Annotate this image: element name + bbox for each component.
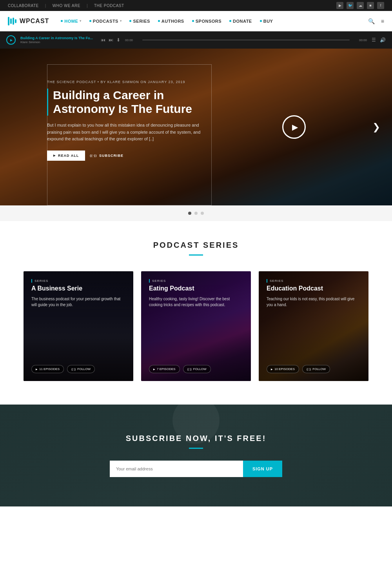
facebook-icon[interactable]: f (377, 2, 384, 9)
series-label-3: SERIES (267, 279, 361, 283)
slider-dot-3[interactable] (201, 212, 204, 215)
podcast-series-section: PODCAST SERIES SERIES A Business Serie T… (0, 221, 392, 405)
hero-meta: THE SCIENCE PODCAST • BY KLARE SIMMON ON… (47, 80, 204, 84)
podcast-card-footer-2: 7 EPISODES FOLLOW (149, 365, 243, 373)
youtube-icon[interactable]: ▶ (336, 2, 343, 9)
nav-links: HOME ▾ PODCASTS ▾ SERIES AUTHORS SPONSOR… (61, 19, 368, 24)
slider-dot-2[interactable] (194, 212, 198, 215)
podcast-series-title: PODCAST SERIES (24, 241, 368, 250)
podcast-card-content-1: SERIES A Business Serie The business pod… (24, 271, 133, 381)
nav-dot-donate (229, 20, 231, 22)
logo-text: WPCAST (20, 18, 49, 25)
nav-item-authors[interactable]: AUTHORS (158, 19, 184, 24)
slider-dots (0, 205, 392, 221)
episodes-button-3[interactable]: 10 EPISODES (267, 365, 299, 373)
podcast-card-content-2: SERIES Eating Podcast Healthy cooking, t… (141, 271, 251, 381)
hero-buttons: READ ALL SUBSCRIBE (47, 151, 204, 161)
nav-dot-sponsors (192, 20, 194, 22)
subscribe-underline (189, 448, 203, 449)
podcast-card-3[interactable]: SERIES Education Podcast Teaching our ki… (259, 271, 368, 381)
follow-button-1[interactable]: FOLLOW (67, 365, 95, 373)
logo-bar-2 (10, 18, 12, 24)
playlist-icon[interactable]: ☰ (372, 37, 376, 43)
hero-description: But I must explain to you how all this m… (47, 122, 204, 143)
logo[interactable]: WPCAST (8, 17, 49, 25)
chevron-podcasts: ▾ (120, 19, 122, 23)
audio-controls: ⏮ ⏭ ⬇ (101, 37, 120, 43)
nav-dot-authors (158, 20, 160, 22)
nav-item-home[interactable]: HOME ▾ (61, 19, 82, 24)
nav-dot-buy (260, 20, 262, 22)
episodes-button-1[interactable]: 11 EPISODES (31, 365, 64, 373)
skip-back-icon[interactable]: ⏮ (101, 37, 105, 43)
audio-time-total: 00:00 (359, 38, 367, 42)
logo-icon (8, 17, 16, 25)
follow-button-2[interactable]: FOLLOW (183, 365, 211, 373)
audio-title: Building A Career in Astronomy Is The Fu… (20, 36, 93, 40)
slider-dot-1[interactable] (188, 212, 191, 215)
audio-time-current: 00:00 (125, 38, 133, 42)
hero-section: THE SCIENCE PODCAST • BY KLARE SIMMON ON… (0, 49, 392, 205)
nav-dot-series (129, 20, 131, 22)
podcast-card-title-2: Eating Podcast (149, 285, 243, 292)
volume-icon[interactable]: 🔊 (380, 37, 386, 43)
subscribe-section: SUBSCRIBE NOW, IT'S FREE! SIGN UP (0, 405, 392, 506)
download-icon[interactable]: ⬇ (116, 37, 120, 43)
nav-item-series[interactable]: SERIES (129, 19, 150, 24)
logo-bar-1 (8, 17, 9, 25)
hero-content: THE SCIENCE PODCAST • BY KLARE SIMMON ON… (47, 80, 204, 161)
series-label-2: SERIES (149, 279, 243, 283)
follow-button-3[interactable]: FOLLOW (302, 365, 330, 373)
audio-author: Klare Simmon (20, 40, 93, 44)
nav-item-podcasts[interactable]: PODCASTS ▾ (89, 19, 122, 24)
read-all-button[interactable]: READ ALL (47, 151, 85, 161)
series-label-1: SERIES (31, 279, 125, 283)
audio-player: Building A Career in Astronomy Is The Fu… (0, 31, 392, 49)
play-button[interactable] (6, 35, 16, 45)
menu-icon[interactable]: ≡ (381, 18, 384, 24)
podcast-card-desc-1: The business podcast for your personal g… (31, 296, 125, 365)
podcast-card-1[interactable]: SERIES A Business Serie The business pod… (24, 271, 133, 381)
podcast-card-2[interactable]: SERIES Eating Podcast Healthy cooking, t… (141, 271, 251, 381)
section-underline (189, 254, 203, 256)
podcast-card-content-3: SERIES Education Podcast Teaching our ki… (259, 271, 368, 381)
audio-extra-controls: ☰ 🔊 (372, 37, 386, 43)
subscribe-form: SIGN UP (110, 461, 282, 477)
feedly-icon[interactable]: ■ (367, 2, 374, 9)
podcast-card-title-1: A Business Serie (31, 285, 125, 292)
topbar-link-collaborate[interactable]: COLLABORATE (8, 4, 46, 8)
hero-next-arrow[interactable]: ❯ (372, 122, 380, 132)
soundcloud-icon[interactable]: ☁ (357, 2, 364, 9)
hero-play-button[interactable] (282, 115, 306, 139)
topbar-link-podcast[interactable]: THE PODCAST (94, 4, 124, 8)
skip-forward-icon[interactable]: ⏭ (109, 37, 113, 43)
episodes-button-2[interactable]: 7 EPISODES (149, 365, 180, 373)
audio-info: Building A Career in Astronomy Is The Fu… (20, 36, 93, 44)
topbar-link-who[interactable]: WHO WE ARE (53, 4, 88, 8)
twitter-icon[interactable]: 🐦 (347, 2, 354, 9)
nav-dot-podcasts (89, 20, 91, 22)
signup-button[interactable]: SIGN UP (243, 461, 282, 477)
chevron-home: ▾ (80, 19, 82, 23)
search-icon[interactable]: 🔍 (368, 18, 375, 24)
nav-item-buy[interactable]: BUY (260, 19, 273, 24)
podcast-card-desc-3: Teaching our kids is not easy, this podc… (267, 296, 361, 365)
podcast-grid: SERIES A Business Serie The business pod… (24, 271, 368, 381)
subscribe-title: SUBSCRIBE NOW, IT'S FREE! (126, 434, 267, 443)
nav-right: 🔍 ≡ (368, 18, 384, 24)
podcast-card-footer-3: 10 EPISODES FOLLOW (267, 365, 361, 373)
top-bar-socials: ▶ 🐦 ☁ ■ f (336, 2, 384, 9)
main-nav: WPCAST HOME ▾ PODCASTS ▾ SERIES AUTHORS … (0, 11, 392, 31)
nav-item-donate[interactable]: DONATE (229, 19, 252, 24)
logo-bar-4 (15, 19, 16, 23)
podcast-card-desc-2: Healthy cooking, tasty living! Discover … (149, 296, 243, 365)
podcast-card-footer-1: 11 EPISODES FOLLOW (31, 365, 125, 373)
top-bar-links: COLLABORATE WHO WE ARE THE PODCAST (8, 4, 124, 8)
nav-dot-home (61, 20, 63, 22)
audio-progress-bar[interactable] (142, 40, 350, 40)
hero-title: Building a Career in Astronomy Is The Fu… (47, 89, 204, 116)
subscribe-button[interactable]: SUBSCRIBE (90, 154, 123, 158)
top-bar: COLLABORATE WHO WE ARE THE PODCAST ▶ 🐦 ☁… (0, 0, 392, 11)
nav-item-sponsors[interactable]: SPONSORS (192, 19, 221, 24)
email-input[interactable] (110, 461, 243, 477)
